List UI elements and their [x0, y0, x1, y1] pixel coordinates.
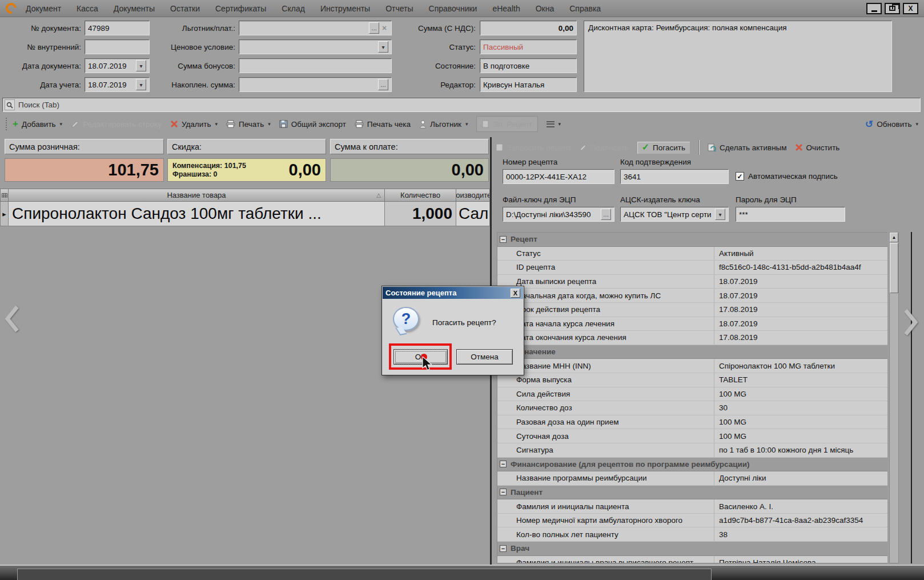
- menu-item-6[interactable]: Склад: [282, 4, 305, 13]
- price-condition-field[interactable]: ▾: [239, 39, 392, 54]
- grid-row[interactable]: Кол-во полных лет пациенту38: [497, 527, 887, 542]
- menu-item-5[interactable]: Сертификаты: [215, 4, 266, 13]
- accum-sum-field[interactable]: …: [239, 77, 392, 92]
- column-header-qty[interactable]: Количество: [385, 189, 456, 202]
- menu-item-8[interactable]: Отчеты: [385, 4, 413, 13]
- clear-field-icon[interactable]: ✕: [380, 22, 388, 34]
- chevron-down-icon[interactable]: ▾: [136, 60, 146, 71]
- toolbar-grip[interactable]: [6, 118, 7, 130]
- edit-row-button[interactable]: Редактировать строку: [71, 120, 162, 129]
- make-active-button[interactable]: Сделать активным: [708, 143, 787, 152]
- menu-item-4[interactable]: Остатки: [170, 4, 200, 13]
- export-button[interactable]: Общий экспорт: [279, 120, 346, 129]
- grid-section-header[interactable]: −Назначение: [497, 345, 887, 359]
- dialog-close-button[interactable]: X: [511, 289, 520, 298]
- collapse-icon[interactable]: −: [500, 236, 507, 243]
- internal-number-field[interactable]: [85, 39, 150, 54]
- collapse-icon[interactable]: −: [500, 461, 507, 467]
- close-button[interactable]: X: [903, 3, 918, 14]
- menu-item-12[interactable]: Справка: [569, 4, 601, 13]
- grid-row[interactable]: Дата окончания курса лечения17.08.2019: [497, 331, 887, 345]
- grid-row[interactable]: Номер медичної карти амбулаторного хворо…: [497, 514, 887, 528]
- ellipsis-icon[interactable]: …: [378, 79, 388, 90]
- clear-button[interactable]: Очистить: [795, 143, 840, 152]
- doc-date-field[interactable]: 18.07.2019▾: [85, 58, 150, 73]
- chevron-down-icon[interactable]: ▾: [715, 209, 725, 220]
- vertical-scrollbar[interactable]: ▲: [889, 232, 899, 563]
- delete-button[interactable]: Удалить▾: [170, 120, 218, 129]
- grid-row[interactable]: Фамилия и инициалы пациентаВасиленко А. …: [497, 499, 887, 514]
- collapse-icon[interactable]: −: [500, 545, 507, 552]
- grid-row[interactable]: Суточная доза100 MG: [497, 429, 887, 443]
- grid-row[interactable]: Дата выписки рецепта18.07.2019: [497, 275, 887, 289]
- cancel-button[interactable]: Отмена: [456, 349, 513, 365]
- chevron-down-icon[interactable]: ▾: [136, 79, 146, 90]
- refresh-button[interactable]: ↻Обновить▾: [865, 120, 918, 129]
- menu-item-7[interactable]: Инструменты: [320, 4, 370, 13]
- grid-row[interactable]: Название МНН (INN)Спіронолактон 100 MG т…: [497, 359, 887, 373]
- add-button[interactable]: +Добавить▾: [13, 120, 62, 129]
- product-producer-cell[interactable]: Салютас: [456, 202, 490, 226]
- menu-item-2[interactable]: Касса: [77, 4, 98, 13]
- grid-row[interactable]: ID рецептаf8c516c0-148c-4131-b5dd-a2b481…: [497, 261, 887, 275]
- grid-row[interactable]: Фамилия и инициалы врача выписавшего рец…: [497, 556, 887, 563]
- layout-menu-button[interactable]: ▾: [547, 121, 561, 127]
- grid-row[interactable]: СтатусАктивный: [497, 247, 887, 261]
- e-recipe-button[interactable]: Эл. Рецепт: [476, 116, 537, 132]
- search-bar[interactable]: [2, 98, 921, 112]
- nav-left-icon[interactable]: [3, 304, 21, 334]
- column-header-name[interactable]: Название товара△: [9, 189, 385, 202]
- grid-row[interactable]: Сигнатурапо 1 таб в 10:00 кожного дня 1 …: [497, 443, 887, 458]
- minimize-button[interactable]: [866, 3, 882, 14]
- doc-number-field[interactable]: 47989: [85, 21, 150, 35]
- search-input[interactable]: [17, 100, 918, 110]
- table-row[interactable]: ▸ Спиронолактон Сандоз 100мг таблетки ..…: [0, 202, 490, 226]
- sum-vat-field[interactable]: 0,00: [480, 21, 577, 35]
- ellipsis-icon[interactable]: …: [369, 22, 379, 34]
- grid-row[interactable]: Количество доз30: [497, 401, 887, 415]
- ellipsis-icon[interactable]: …: [601, 209, 611, 220]
- nav-right-icon[interactable]: [902, 307, 919, 337]
- chevron-down-icon[interactable]: ▾: [378, 41, 388, 53]
- beneficiary-field[interactable]: …✕: [239, 21, 392, 35]
- acsk-field[interactable]: АЦСК ТОВ "Центр серти▾: [620, 207, 729, 222]
- scrollbar-thumb[interactable]: [890, 243, 898, 293]
- column-header-producer[interactable]: Производитель: [456, 189, 490, 202]
- grid-section-header[interactable]: −Финансирование (для рецептов по програм…: [497, 458, 887, 472]
- auto-sign-checkbox[interactable]: ✓Автоматическая подпись: [736, 172, 838, 181]
- product-qty-cell[interactable]: 1,000: [385, 202, 456, 226]
- grid-row[interactable]: Срок действия рецепта17.08.2019: [497, 303, 887, 317]
- recipe-number-field[interactable]: 0000-12PX-441E-XA12: [503, 169, 614, 184]
- sign-button[interactable]: Подписать: [579, 143, 629, 152]
- product-name-cell[interactable]: Спиронолактон Сандоз 100мг таблетки ...: [9, 202, 385, 226]
- grid-section-header[interactable]: −Пациент: [497, 486, 887, 500]
- restore-button[interactable]: [885, 3, 900, 14]
- beneficiary-button[interactable]: Льготник▾: [419, 120, 468, 129]
- grid-row[interactable]: Начальная дата когда, можно купить ЛС18.…: [497, 289, 887, 303]
- grid-row[interactable]: Сила действия100 MG: [497, 387, 887, 402]
- key-file-field[interactable]: D:\Доступні ліки\343590…: [503, 207, 614, 222]
- confirm-code-field[interactable]: 3641: [620, 169, 729, 184]
- grid-section-header[interactable]: −Врач: [497, 542, 887, 556]
- collapse-icon[interactable]: −: [500, 489, 507, 495]
- grid-row[interactable]: Разовая доза на один прием100 MG: [497, 415, 887, 430]
- menu-item-10[interactable]: eHealth: [492, 4, 520, 13]
- row-selector-header[interactable]: [0, 189, 9, 202]
- print-receipt-button[interactable]: Печать чека: [355, 120, 411, 129]
- grid-row[interactable]: Форма выпускаTABLET: [497, 373, 887, 387]
- request-recipe-button[interactable]: Запросить рецепт: [496, 143, 571, 152]
- account-date-field[interactable]: 18.07.2019▾: [85, 77, 150, 92]
- bonus-sum-field[interactable]: [239, 58, 392, 73]
- menu-item-9[interactable]: Справочники: [429, 4, 477, 13]
- grid-row[interactable]: Название программы реимбурсацииДоступні …: [497, 471, 887, 486]
- grid-row[interactable]: Дата начала курса лечения18.07.2019: [497, 317, 887, 331]
- menu-item-3[interactable]: Документы: [114, 4, 155, 13]
- grid-section-header[interactable]: −Рецепт: [497, 233, 887, 247]
- menu-item-1[interactable]: Документ: [26, 4, 61, 13]
- print-button[interactable]: Печать▾: [226, 120, 271, 129]
- password-field[interactable]: ***: [736, 207, 845, 222]
- redeem-button[interactable]: ✓Погасить: [637, 141, 690, 154]
- menu-item-11[interactable]: Окна: [536, 4, 555, 13]
- scroll-up-icon[interactable]: ▲: [890, 233, 898, 242]
- checkbox-checked-icon[interactable]: ✓: [736, 172, 744, 181]
